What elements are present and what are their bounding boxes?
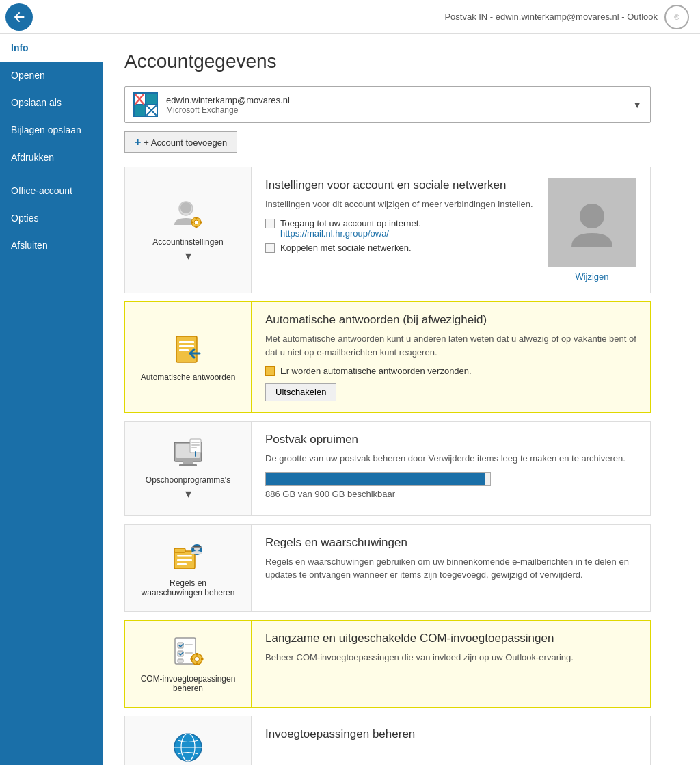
com-content: Langzame en uitgeschakelde COM-invoegtoe… [252,621,650,707]
checkbox-internet-toegang: Toegang tot uw account op internet. http… [265,218,534,239]
outlook-icon: ® [664,5,689,29]
add-icon: + [135,136,141,148]
svg-rect-9 [196,217,198,219]
checkbox-antwoorden-verzonden: Er worden automatische antwoorden verzon… [265,366,636,376]
wijzigen-link[interactable]: Wijzigen [575,271,608,282]
account-type: Microsoft Exchange [166,105,624,115]
accountinstellingen-title: Instellingen voor account en sociale net… [265,178,534,192]
svg-rect-21 [179,464,197,466]
accountinstellingen-content: Instellingen voor account en sociale net… [252,167,548,293]
section-accountinstellingen: Accountinstellingen ▾ Instellingen voor … [124,167,651,293]
section-automatische-antwoorden: Automatische antwoorden Automatische ant… [124,301,651,413]
svg-rect-45 [191,658,193,660]
sidebar-item-office-account[interactable]: Office-account [0,177,103,204]
svg-rect-12 [200,221,202,223]
sidebar: Info Openen Opslaan als Bijlagen opslaan… [0,34,103,765]
sidebar-item-opties[interactable]: Opties [0,204,103,232]
sidebar-item-afdrukken[interactable]: Afdrukken [0,144,103,171]
section-invoegtoepassingen: Invoegtoepassingen beheren Invoegtoepass… [124,716,651,766]
section-regels-waarschuwingen: Regels en waarschuwingen beheren Regels … [124,524,651,612]
sidebar-item-bijlagen-opslaan[interactable]: Bijlagen opslaan [0,116,103,144]
opschoon-chevron: ▾ [185,486,191,501]
back-button[interactable] [5,3,33,31]
uitschakelen-button[interactable]: Uitschakelen [265,383,336,401]
sidebar-item-opslaan-als[interactable]: Opslaan als [0,89,103,116]
card-icon-regels[interactable]: Regels en waarschuwingen beheren [125,525,252,611]
svg-rect-40 [185,652,193,654]
opschoon-title: Postvak opruimen [265,433,636,446]
svg-rect-43 [196,653,198,656]
svg-point-13 [580,204,604,228]
svg-rect-27 [174,548,185,552]
regels-desc: Regels en waarschuwingen gebruiken om uw… [265,555,636,582]
page-title: Accountgegevens [124,51,678,72]
account-email: edwin.winterkamp@movares.nl [166,95,624,105]
sidebar-item-info[interactable]: Info [0,34,103,62]
storage-progress-bar-inner [266,473,485,485]
sidebar-item-openen[interactable]: Openen [0,62,103,89]
topbar-title: Postvak IN - edwin.winterkamp@movares.nl… [444,12,658,22]
account-details: edwin.winterkamp@movares.nl Microsoft Ex… [166,95,624,115]
card-icon-accountinstellingen[interactable]: Accountinstellingen ▾ [125,167,252,293]
profile-photo-area: Wijzigen [548,167,650,293]
account-dropdown-arrow[interactable]: ▼ [632,99,642,110]
account-icon [133,92,158,117]
svg-rect-23 [191,442,200,443]
com-label: COM-invoegtoepassingen beheren [139,674,237,693]
regels-content: Regels en waarschuwingen Regels en waars… [252,525,650,611]
sidebar-item-afsluiten[interactable]: Afsluiten [0,232,103,259]
automatische-antwoorden-title: Automatische antwoorden (bij afwezigheid… [265,313,636,327]
main-content: Accountgegevens edwin.winterkamp@movares… [103,34,700,765]
svg-rect-34 [191,547,202,548]
svg-rect-3 [135,105,145,116]
svg-rect-38 [178,659,183,662]
accountinstellingen-label: Accountinstellingen [152,237,223,247]
storage-progress-bar-outer [265,472,491,486]
svg-rect-15 [179,341,194,343]
accountinstellingen-desc: Instellingen voor dit account wijzigen o… [265,198,534,211]
svg-point-6 [180,202,191,213]
card-icon-automatische-antwoorden[interactable]: Automatische antwoorden [125,302,252,412]
svg-rect-29 [177,559,192,561]
svg-rect-2 [146,94,157,104]
checkbox-social-box [265,243,275,253]
svg-rect-28 [177,555,192,557]
opschoon-desc: De grootte van uw postvak beheren door V… [265,452,636,466]
svg-rect-39 [185,644,193,645]
account-selector[interactable]: edwin.winterkamp@movares.nl Microsoft Ex… [124,86,651,123]
section-postvak-opruimen: Opschoonprogramma's ▾ Postvak opruimen D… [124,421,651,516]
svg-point-8 [194,220,198,224]
automatische-antwoorden-desc: Met automatische antwoorden kunt u ander… [265,332,636,359]
card-icon-com[interactable]: COM-invoegtoepassingen beheren [125,621,252,707]
svg-rect-44 [196,662,198,665]
accountinstellingen-chevron: ▾ [185,248,191,263]
svg-rect-24 [191,444,200,446]
add-account-button[interactable]: + + Account toevoegen [124,131,237,153]
card-icon-invoeg[interactable]: Invoegtoepassingen beheren [125,716,252,766]
invoeg-content: Invoegtoepassingen beheren [252,716,650,766]
regels-label: Regels en waarschuwingen beheren [139,578,237,598]
svg-rect-30 [177,563,187,565]
automatische-antwoorden-content: Automatische antwoorden (bij afwezigheid… [252,302,650,412]
opschoon-content: Postvak opruimen De grootte van uw postv… [252,422,650,515]
opschoon-label: Opschoonprogramma's [146,475,230,485]
svg-rect-25 [191,447,197,448]
regels-title: Regels en waarschuwingen [265,536,636,550]
section-com-invoegtoepassingen: COM-invoegtoepassingen beheren Langzame … [124,620,651,708]
automatische-antwoorden-label: Automatische antwoorden [141,373,236,382]
checkbox-antwoorden-box [265,366,275,376]
svg-rect-46 [201,658,204,660]
checkbox-internet-box [265,219,275,228]
profile-photo [548,178,636,267]
storage-text: 886 GB van 900 GB beschikbaar [265,489,636,499]
svg-rect-17 [179,349,189,351]
owa-link[interactable]: https://mail.nl.hr.group/owa/ [280,228,389,239]
card-icon-opschoon[interactable]: Opschoonprogramma's ▾ [125,422,252,515]
invoeg-title: Invoegtoepassingen beheren [265,727,636,741]
checkbox-social-networks: Koppelen met sociale netwerken. [265,243,534,253]
com-title: Langzame en uitgeschakelde COM-invoegtoe… [265,632,636,645]
svg-rect-10 [196,226,198,228]
svg-rect-16 [179,345,194,347]
svg-rect-11 [191,221,193,223]
storage-progress-container: 886 GB van 900 GB beschikbaar [265,472,636,499]
